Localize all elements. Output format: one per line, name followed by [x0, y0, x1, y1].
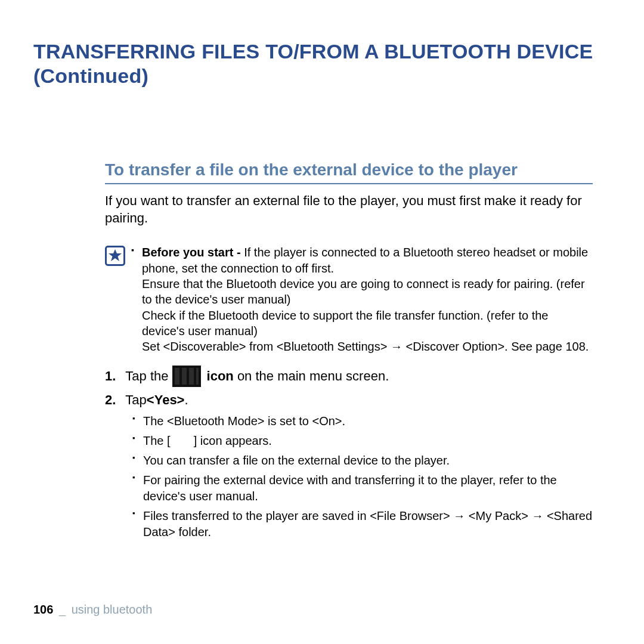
sub-bullet: You can transfer a file on the external …	[132, 453, 593, 469]
note-bullet-item: Before you start - If the player is conn…	[138, 244, 593, 355]
note-line-2: Ensure that the Bluetooth device you are…	[142, 276, 593, 308]
content-block: To transfer a file on the external devic…	[105, 160, 593, 541]
step-1-post: on the main menu screen.	[234, 369, 389, 383]
step-1-pre: Tap the	[125, 368, 168, 385]
main-menu-icon	[172, 366, 201, 387]
step-2-post: .	[184, 392, 188, 409]
page-number: 106	[33, 603, 53, 616]
sub-bullet-2b: ] icon appears.	[194, 434, 272, 447]
step-2: 2. Tap <Yes>.	[105, 392, 593, 409]
step-2-subbullets: The <Bluetooth Mode> is set to <On>. The…	[132, 413, 593, 540]
sub-bullet: The <Bluetooth Mode> is set to <On>.	[132, 413, 593, 429]
sub-bullet: The [ ] icon appears.	[132, 433, 593, 449]
footer-section-name: using bluetooth	[72, 603, 153, 616]
section-subtitle: To transfer a file on the external devic…	[105, 160, 593, 184]
before-you-start-label: Before you start -	[142, 246, 244, 259]
note-line-3: Check if the Bluetooth device to support…	[142, 308, 593, 339]
manual-page: TRANSFERRING FILES TO/FROM A BLUETOOTH D…	[0, 0, 644, 644]
star-note-icon	[105, 246, 125, 266]
note-line-4: Set <Discoverable> from <Bluetooth Setti…	[142, 339, 593, 354]
sub-bullet: Files transferred to the player are save…	[132, 508, 593, 540]
step-1-icon-word: icon	[207, 369, 234, 383]
step-number: 2.	[105, 392, 116, 409]
sub-bullet-2a: The [	[143, 434, 171, 447]
intro-text: If you want to transfer an external file…	[105, 193, 593, 227]
sub-bullet: For pairing the external device with and…	[132, 472, 593, 504]
step-2-yes: <Yes>	[147, 392, 185, 409]
step-number: 1.	[105, 368, 116, 385]
step-1: 1. Tap the icon on the main menu screen.	[105, 366, 593, 387]
page-title: TRANSFERRING FILES TO/FROM A BLUETOOTH D…	[33, 39, 611, 89]
step-2-pre: Tap	[125, 392, 146, 409]
svg-marker-0	[109, 249, 122, 261]
before-you-start-note: Before you start - If the player is conn…	[105, 244, 593, 355]
footer-separator: _	[59, 603, 66, 616]
page-footer: 106 _ using bluetooth	[33, 603, 152, 617]
